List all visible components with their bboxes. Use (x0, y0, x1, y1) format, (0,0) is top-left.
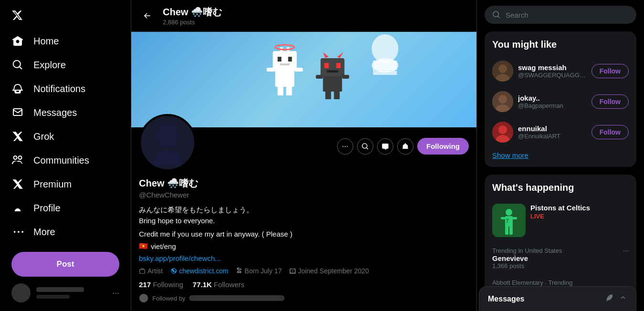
profile-avatar (139, 114, 196, 171)
profile-info: Chew 🌨️嗜む @ChewChewer みんなに希望をもたらしましょう。 B… (131, 171, 476, 309)
profile-bio: みんなに希望をもたらしましょう。 Bring hope to everyone. (139, 205, 469, 226)
followed-by-names (189, 295, 285, 301)
bio-japanese: みんなに希望をもたらしましょう。 (139, 205, 469, 216)
svg-point-7 (275, 45, 295, 50)
sidebar-item-communities-label: Communities (33, 155, 89, 166)
svg-rect-9 (295, 68, 303, 72)
suggestion-info-ennuikal: ennuikal @EnnuikalART (518, 124, 587, 140)
genevieve-name: Genevieve (492, 254, 629, 262)
birthday-text: Born July 17 (244, 267, 282, 275)
follow-notification-button[interactable] (397, 138, 413, 155)
messages-bar: Messages (479, 286, 636, 311)
happening-info-pistons: Pistons at Celtics LIVE (530, 204, 629, 237)
profile-header-info: Chew 🌨️嗜む 2,886 posts (163, 6, 222, 26)
profile-meta: Artist chewdistrict.com Born July 17 Joi… (139, 267, 469, 275)
suggestion-item-ennuikal: ennuikal @EnnuikalART Follow (492, 117, 629, 147)
happening-item-pistons[interactable]: 7 Pistons at Celtics LIVE (492, 199, 629, 242)
x-logo[interactable] (6, 4, 29, 27)
svg-rect-16 (327, 70, 338, 73)
back-button[interactable] (139, 8, 155, 24)
sidebar-item-messages[interactable]: Messages (6, 101, 125, 124)
svg-rect-41 (512, 217, 517, 219)
profile-icon (11, 202, 24, 214)
message-button[interactable] (377, 138, 393, 155)
followers-count: 77.1K (193, 280, 212, 289)
birthday-meta: Born July 17 (236, 267, 282, 275)
more-options-button[interactable]: ··· (337, 138, 353, 155)
happening-live-badge: LIVE (530, 213, 629, 220)
sidebar-item-more[interactable]: More (6, 220, 125, 243)
following-stat[interactable]: 217 Following (139, 280, 183, 289)
post-button[interactable]: Post (11, 252, 119, 277)
communities-icon (11, 155, 24, 166)
happening-image: 7 (492, 204, 526, 237)
profile-avatar-row: ··· Following (131, 108, 476, 171)
following-label: Following (153, 280, 183, 289)
followed-by-section: Followed by (139, 293, 469, 303)
svg-rect-19 (316, 75, 323, 79)
suggestion-avatar-ennuikal (492, 122, 513, 143)
sidebar-item-communities[interactable]: Communities (6, 149, 125, 172)
suggestion-avatar-swag (492, 61, 513, 82)
svg-point-29 (498, 64, 507, 73)
suggestion-handle-jokay: @Bagpaperman (518, 102, 587, 109)
following-count: 217 (139, 280, 151, 289)
sidebar-item-home-label: Home (33, 36, 59, 47)
search-input[interactable] (506, 11, 629, 19)
search-bar[interactable] (485, 6, 636, 24)
sidebar-item-premium[interactable]: Premium (6, 173, 125, 196)
followers-stat[interactable]: 77.1K Followers (193, 280, 244, 289)
search-posts-button[interactable] (357, 138, 373, 155)
suggestion-item-jokay: jokay.. @Bagpaperman Follow (492, 86, 629, 117)
profile-stats: 217 Following 77.1K Followers (139, 280, 469, 289)
occupation-text: Artist (148, 267, 163, 275)
trending-item-genevieve[interactable]: Trending in United States ··· Genevieve … (492, 242, 629, 274)
genevieve-more-icon[interactable]: ··· (623, 247, 629, 254)
flag-emoji: 🇻🇳 (139, 242, 148, 250)
suggestion-avatar-jokay (492, 91, 513, 112)
sidebar-item-messages-label: Messages (33, 107, 77, 118)
svg-rect-25 (373, 61, 397, 70)
follow-button-jokay[interactable]: Follow (591, 94, 629, 109)
profile-display-name: Chew 🌨️嗜む (139, 177, 469, 190)
explore-icon (11, 59, 24, 71)
joined-text: Joined September 2020 (298, 267, 369, 275)
suggestion-handle-swag: @SWAGGERQUAGGER (518, 72, 587, 79)
svg-rect-13 (321, 58, 345, 76)
website-meta[interactable]: chewdistrict.com (170, 267, 228, 275)
sidebar-item-grok-label: Grok (33, 131, 54, 142)
compose-message-icon[interactable] (604, 293, 613, 304)
sidebar-item-grok[interactable]: Grok (6, 125, 125, 148)
sidebar-item-explore[interactable]: Explore (6, 53, 125, 76)
user-account-button[interactable]: ··· (6, 278, 125, 308)
sidebar-item-profile[interactable]: Profile (6, 197, 125, 219)
profile-actions: ··· Following (337, 138, 469, 155)
collapse-messages-icon[interactable] (619, 293, 627, 304)
messages-bar-title: Messages (488, 295, 525, 303)
sidebar-item-home[interactable]: Home (6, 30, 125, 52)
sidebar: Home Explore Notifications Messages Grok… (0, 0, 131, 311)
show-more-link[interactable]: Show more (492, 147, 629, 159)
profile-header-bar: Chew 🌨️嗜む 2,886 posts (131, 0, 476, 32)
svg-rect-42 (505, 226, 508, 235)
sidebar-item-notifications[interactable]: Notifications (6, 77, 125, 100)
bsky-link[interactable]: bsky.app/profile/chewch... (139, 254, 469, 262)
svg-point-26 (157, 124, 178, 147)
svg-rect-20 (342, 75, 349, 79)
follow-button-swag[interactable]: Follow (591, 64, 629, 78)
suggestion-name-ennuikal: ennuikal (518, 124, 587, 133)
bio-english: Bring hope to everyone. (139, 216, 469, 227)
main-content: Chew 🌨️嗜む 2,886 posts (131, 0, 477, 311)
svg-rect-3 (288, 57, 292, 62)
home-icon (11, 35, 24, 47)
abbott-context-row: Abbott Elementary · Trending (492, 279, 629, 286)
profile-header-posts: 2,886 posts (163, 19, 222, 26)
following-button[interactable]: Following (417, 138, 469, 155)
followed-by-label: Followed by (152, 295, 185, 302)
flag-language: 🇻🇳 viet/eng (139, 242, 469, 250)
sidebar-item-explore-label: Explore (33, 60, 66, 71)
suggestion-info-swag: swag messiah @SWAGGERQUAGGER (518, 63, 587, 79)
svg-rect-43 (509, 226, 513, 235)
messages-icon (11, 107, 24, 118)
follow-button-ennuikal[interactable]: Follow (591, 125, 629, 139)
